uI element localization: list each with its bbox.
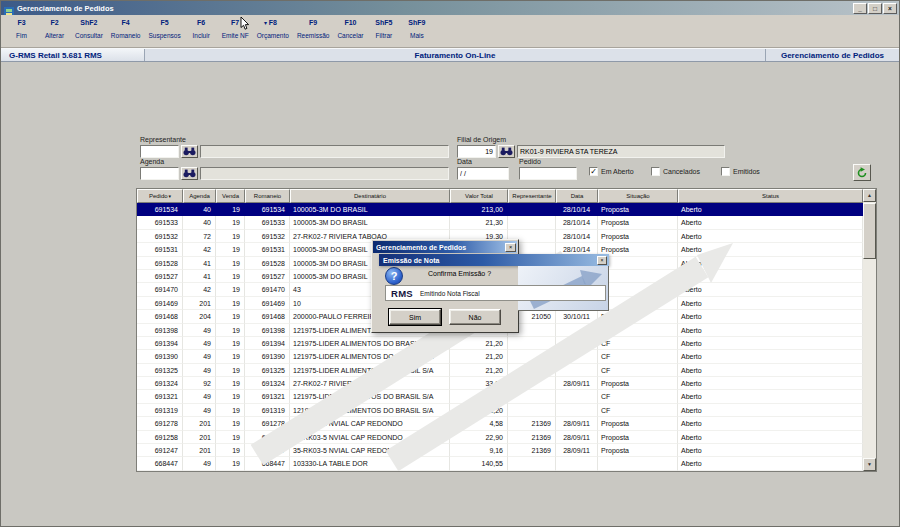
rms-logo: RMS bbox=[391, 288, 413, 299]
column-header-valor-total[interactable]: Valor Total bbox=[450, 189, 508, 203]
scroll-thumb[interactable] bbox=[863, 203, 876, 259]
question-icon: ? bbox=[385, 267, 403, 285]
agenda-label: Agenda bbox=[140, 158, 164, 165]
minimize-button[interactable]: _ bbox=[853, 3, 867, 14]
toolbar-action-label: Suspensos bbox=[148, 31, 180, 40]
toolbar-button-f7[interactable]: F7Emite NF bbox=[218, 18, 253, 40]
dialog-titlebar[interactable]: Gerenciamento de Pedidos × bbox=[373, 241, 517, 253]
sim-button[interactable]: Sim bbox=[389, 309, 441, 325]
dialog-close-button[interactable]: × bbox=[505, 243, 516, 252]
toolbar-button-shf5[interactable]: ShF5Filtrar bbox=[367, 18, 400, 40]
dialog-message: Confirma Emissão ? bbox=[428, 270, 491, 277]
refresh-button[interactable] bbox=[853, 164, 871, 181]
column-header-venda[interactable]: Venda bbox=[216, 189, 245, 203]
column-header-label: Data bbox=[571, 193, 584, 199]
scroll-down-button[interactable]: ▼ bbox=[863, 458, 876, 471]
progress-message: Emitindo Nota Fiscal bbox=[420, 290, 480, 297]
column-header-label: Situação bbox=[626, 193, 649, 199]
representante-description-field bbox=[200, 145, 449, 158]
toolbar-button-f8[interactable]: F8Orçamento bbox=[253, 18, 293, 40]
toolbar-key-label: F2 bbox=[42, 18, 67, 27]
column-header-situação[interactable]: Situação bbox=[598, 189, 678, 203]
progress-window-title: Emissão de Nota bbox=[383, 257, 597, 264]
checkbox-box[interactable] bbox=[721, 167, 730, 176]
checkbox-em-aberto[interactable]: ✓Em Aberto bbox=[589, 167, 634, 176]
checkbox-label: Em Aberto bbox=[601, 168, 634, 175]
column-header-data[interactable]: Data bbox=[556, 189, 598, 203]
nao-button[interactable]: Não bbox=[449, 309, 501, 325]
emite-nf-dropdown-icon[interactable]: ▾ bbox=[264, 19, 267, 26]
binoculars-icon bbox=[183, 147, 196, 156]
maximize-button[interactable]: □ bbox=[868, 3, 882, 14]
toolbar-action-label: Cancelar bbox=[337, 31, 363, 40]
agenda-description-field bbox=[200, 167, 449, 180]
toolbar-key-label: F5 bbox=[148, 18, 180, 27]
toolbar-button-f9[interactable]: F9Reemissão bbox=[293, 18, 334, 40]
column-header-pedido[interactable]: Pedido▾ bbox=[137, 189, 183, 203]
pedido-label: Pedido bbox=[519, 158, 541, 165]
toolbar-action-label: Mais bbox=[404, 31, 429, 40]
scroll-up-button[interactable]: ▲ bbox=[863, 189, 876, 202]
filial-search-button[interactable] bbox=[498, 145, 515, 158]
toolbar-action-label: Fim bbox=[9, 31, 34, 40]
toolbar-key-label: F9 bbox=[297, 18, 330, 27]
progress-window-titlebar[interactable]: Emissão de Nota × bbox=[379, 254, 609, 266]
toolbar-key-label: F4 bbox=[111, 18, 141, 27]
agenda-input[interactable] bbox=[140, 167, 179, 180]
toolbar: F3FimF2AlterarShF2ConsultarF4RomaneioF5S… bbox=[1, 15, 899, 48]
toolbar-action-label: Romaneio bbox=[111, 31, 141, 40]
checkbox-box[interactable]: ✓ bbox=[589, 167, 598, 176]
module-label: Faturamento On-Line bbox=[145, 49, 765, 61]
agenda-search-button[interactable] bbox=[181, 167, 198, 180]
status-bar: G-RMS Retail 5.681 RMS Faturamento On-Li… bbox=[1, 48, 899, 62]
toolbar-key-label: ShF2 bbox=[75, 18, 103, 27]
column-header-agenda[interactable]: Agenda bbox=[183, 189, 216, 203]
toolbar-key-label: ShF5 bbox=[371, 18, 396, 27]
window-titlebar: Gerenciamento de Pedidos _ □ × bbox=[1, 1, 899, 15]
checkbox-cancelados[interactable]: Cancelados bbox=[651, 167, 700, 176]
app-version-label: G-RMS Retail 5.681 RMS bbox=[1, 49, 145, 61]
sort-icon: ▾ bbox=[169, 193, 172, 199]
column-header-status[interactable]: Status bbox=[678, 189, 863, 203]
toolbar-action-label: Filtrar bbox=[371, 31, 396, 40]
grid-header: Pedido▾AgendaVendaRomaneioDestinatárioVa… bbox=[137, 189, 863, 203]
checkbox-emitidos[interactable]: Emitidos bbox=[721, 167, 760, 176]
column-header-label: Valor Total bbox=[465, 193, 493, 199]
progress-close-button[interactable]: × bbox=[597, 256, 607, 265]
toolbar-action-label: Consultar bbox=[75, 31, 103, 40]
close-button[interactable]: × bbox=[883, 3, 897, 14]
screen-label: Gerenciamento de Pedidos bbox=[765, 49, 899, 61]
pedido-input[interactable] bbox=[519, 167, 577, 180]
column-header-label: Agenda bbox=[189, 193, 210, 199]
toolbar-button-f6[interactable]: F6Incluir bbox=[185, 18, 218, 40]
dialog-buttons: Sim Não bbox=[372, 309, 518, 325]
column-header-label: Pedido bbox=[149, 193, 168, 199]
toolbar-button-f2[interactable]: F2Alterar bbox=[38, 18, 71, 40]
checkbox-box[interactable] bbox=[651, 167, 660, 176]
binoculars-icon bbox=[500, 147, 513, 156]
toolbar-button-f5[interactable]: F5Suspensos bbox=[144, 18, 184, 40]
filial-label: Filial de Origem bbox=[457, 136, 506, 143]
representante-input[interactable] bbox=[140, 145, 179, 158]
column-header-representante[interactable]: Representante bbox=[508, 189, 556, 203]
vertical-scrollbar[interactable]: ▲ ▼ bbox=[863, 189, 876, 471]
toolbar-key-label: F3 bbox=[9, 18, 34, 27]
column-header-label: Romaneio bbox=[254, 193, 281, 199]
toolbar-items: F3FimF2AlterarShF2ConsultarF4RomaneioF5S… bbox=[1, 15, 899, 40]
filter-checkboxes: ✓Em AbertoCanceladosEmitidos bbox=[589, 167, 859, 179]
toolbar-button-f3[interactable]: F3Fim bbox=[5, 18, 38, 40]
representante-search-button[interactable] bbox=[181, 145, 198, 158]
toolbar-button-shf2[interactable]: ShF2Consultar bbox=[71, 18, 107, 40]
checkbox-label: Emitidos bbox=[733, 168, 760, 175]
toolbar-button-shf9[interactable]: ShF9Mais bbox=[400, 18, 433, 40]
filial-input[interactable] bbox=[457, 145, 496, 158]
toolbar-action-label: Reemissão bbox=[297, 31, 330, 40]
column-header-romaneio[interactable]: Romaneio bbox=[245, 189, 290, 203]
window-title: Gerenciamento de Pedidos bbox=[17, 4, 852, 13]
toolbar-key-label: ShF9 bbox=[404, 18, 429, 27]
data-input[interactable] bbox=[457, 167, 509, 180]
column-header-destinatário[interactable]: Destinatário bbox=[290, 189, 450, 203]
toolbar-key-label: F7 bbox=[222, 18, 249, 27]
toolbar-button-f4[interactable]: F4Romaneio bbox=[107, 18, 145, 40]
toolbar-button-f10[interactable]: F10Cancelar bbox=[333, 18, 367, 40]
